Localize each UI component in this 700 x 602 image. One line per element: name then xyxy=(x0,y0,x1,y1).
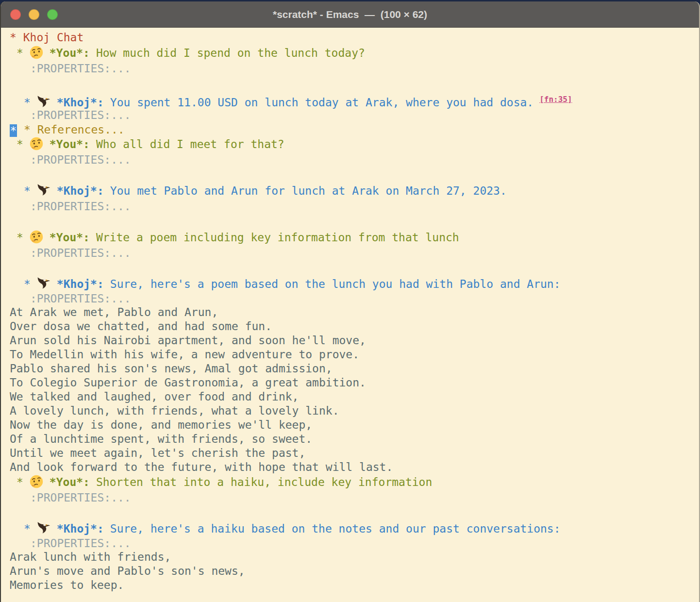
org-star: * xyxy=(24,522,31,535)
chat-message-you-3: **You*:Write a poem including key inform… xyxy=(10,230,699,245)
properties-label: :PROPERTIES:... xyxy=(30,153,131,166)
poem-text: Of a lunchtime spent, with friends, so s… xyxy=(10,433,312,445)
eagle-emoji xyxy=(37,521,50,535)
haiku-line: Memories to keep. xyxy=(10,578,699,592)
properties-label: :PROPERTIES:... xyxy=(30,247,131,259)
properties-label: :PROPERTIES:... xyxy=(30,537,131,550)
message-text: How much did I spend on the lunch today? xyxy=(96,47,365,59)
close-button[interactable] xyxy=(10,9,21,20)
haiku-text: Arak lunch with friends, xyxy=(10,551,171,563)
chat-message-khoj-3: **Khoj*:Sure, here's a poem based on the… xyxy=(10,276,699,292)
speaker-name: *You*: xyxy=(50,476,90,488)
haiku-text: Memories to keep. xyxy=(10,579,124,591)
thinking-face-emoji xyxy=(30,46,43,59)
message-text: You spent 11.00 USD on lunch today at Ar… xyxy=(110,96,533,109)
poem-line: We talked and laughed, over food and dri… xyxy=(10,390,699,404)
thinking-face-emoji xyxy=(30,475,43,488)
chat-message-you-4: **You*:Shorten that into a haiku, includ… xyxy=(10,474,699,490)
blank-line xyxy=(10,167,699,183)
eagle-emoji xyxy=(37,184,50,197)
traffic-lights xyxy=(10,1,58,27)
poem-line: Pablo shared his son's news, Amal got ad… xyxy=(10,362,699,376)
properties-label: :PROPERTIES:... xyxy=(30,292,131,305)
message-text: You met Pablo and Arun for lunch at Arak… xyxy=(110,184,507,197)
chat-message-you-2: **You*:Who all did I meet for that? xyxy=(10,136,699,152)
poem-text: Arun sold his Nairobi apartment, and soo… xyxy=(10,334,366,347)
poem-line: Of a lunchtime spent, with friends, so s… xyxy=(10,432,699,446)
properties-drawer[interactable]: :PROPERTIES:... xyxy=(10,292,699,305)
org-star: * xyxy=(24,278,31,290)
properties-drawer[interactable]: :PROPERTIES:... xyxy=(10,536,699,550)
window-titlebar[interactable]: *scratch* - Emacs — (100 × 62) xyxy=(1,1,699,28)
haiku-line: Arak lunch with friends, xyxy=(10,550,699,564)
chat-message-you-1: **You*:How much did I spend on the lunch… xyxy=(10,45,699,61)
chat-message-khoj-4: **Khoj*:Sure, here's a haiku based on th… xyxy=(10,521,699,536)
haiku-line: Arun's move and Pablo's son's news, xyxy=(10,564,699,578)
properties-drawer[interactable]: :PROPERTIES:... xyxy=(10,61,699,76)
blank-line xyxy=(10,505,699,521)
message-text: Shorten that into a haiku, include key i… xyxy=(96,476,432,488)
message-text: Write a poem including key information f… xyxy=(96,231,459,244)
org-star: * xyxy=(24,96,31,109)
speaker-name: *Khoj*: xyxy=(57,522,104,535)
speaker-name: *You*: xyxy=(50,47,90,59)
message-text: Who all did I meet for that? xyxy=(96,138,284,150)
footnote-link[interactable]: [fn:35] xyxy=(539,95,572,104)
poem-line: Over dosa we chatted, and had some fun. xyxy=(10,319,699,334)
poem-text: Pablo shared his son's news, Amal got ad… xyxy=(10,362,333,375)
properties-drawer[interactable]: :PROPERTIES:... xyxy=(10,199,699,214)
blank-line xyxy=(10,214,699,230)
properties-drawer[interactable]: :PROPERTIES:... xyxy=(10,490,699,505)
properties-drawer[interactable]: :PROPERTIES:... xyxy=(10,107,699,123)
poem-text: And look forward to the future, with hop… xyxy=(10,461,393,473)
org-star: * xyxy=(17,47,23,59)
blank-line xyxy=(10,76,699,92)
window-title: *scratch* - Emacs — (100 × 62) xyxy=(273,9,427,20)
chat-message-khoj-2: **Khoj*:You met Pablo and Arun for lunch… xyxy=(10,183,699,199)
poem-text: Now the day is done, and memories we'll … xyxy=(10,418,312,431)
poem-text: Over dosa we chatted, and had some fun. xyxy=(10,320,272,333)
properties-drawer[interactable]: :PROPERTIES:... xyxy=(10,245,699,261)
properties-drawer[interactable]: :PROPERTIES:... xyxy=(10,152,699,167)
poem-line: And look forward to the future, with hop… xyxy=(10,460,699,474)
poem-line: Now the day is done, and memories we'll … xyxy=(10,418,699,432)
eagle-emoji xyxy=(37,277,50,290)
properties-label: :PROPERTIES:... xyxy=(30,109,131,121)
poem-line: To Medellin with his wife, a new adventu… xyxy=(10,348,699,362)
poem-line: To Colegio Superior de Gastronomia, a gr… xyxy=(10,376,699,390)
message-text: Sure, here's a poem based on the lunch y… xyxy=(110,278,561,290)
org-heading-khoj-chat: * Khoj Chat xyxy=(10,30,699,45)
blank-line xyxy=(10,261,699,276)
emacs-window: *scratch* - Emacs — (100 × 62) * Khoj Ch… xyxy=(0,1,700,602)
org-star: * xyxy=(17,231,23,244)
poem-line: A lovely lunch, with friends, what a lov… xyxy=(10,404,699,418)
properties-label: :PROPERTIES:... xyxy=(30,491,131,504)
properties-label: :PROPERTIES:... xyxy=(30,200,131,213)
poem-text: To Medellin with his wife, a new adventu… xyxy=(10,348,359,361)
speaker-name: *Khoj*: xyxy=(57,278,104,290)
poem-text: We talked and laughed, over food and dri… xyxy=(10,390,299,403)
message-text: Sure, here's a haiku based on the notes … xyxy=(110,522,561,535)
org-star: * xyxy=(24,184,31,197)
minimize-button[interactable] xyxy=(29,9,39,20)
chat-message-khoj-1: **Khoj*:You spent 11.00 USD on lunch tod… xyxy=(10,92,699,107)
thinking-face-emoji xyxy=(30,230,43,244)
poem-text: Until we meet again, let's cherish the p… xyxy=(10,447,305,459)
properties-label: :PROPERTIES:... xyxy=(30,62,131,75)
speaker-name: *You*: xyxy=(50,231,90,244)
speaker-name: *You*: xyxy=(50,138,90,150)
emacs-buffer[interactable]: * Khoj Chat **You*:How much did I spend … xyxy=(1,28,699,592)
speaker-name: *Khoj*: xyxy=(57,184,104,197)
poem-line: Until we meet again, let's cherish the p… xyxy=(10,446,699,460)
org-star: * xyxy=(17,138,23,150)
poem-text: A lovely lunch, with friends, what a lov… xyxy=(10,404,339,417)
references-heading[interactable]: ** References... xyxy=(10,123,699,136)
eagle-emoji xyxy=(37,95,50,109)
poem-line: Arun sold his Nairobi apartment, and soo… xyxy=(10,334,699,348)
zoom-button[interactable] xyxy=(47,9,58,20)
haiku-text: Arun's move and Pablo's son's news, xyxy=(10,565,245,577)
org-star: * xyxy=(17,476,23,488)
thinking-face-emoji xyxy=(30,137,43,150)
poem-text: At Arak we met, Pablo and Arun, xyxy=(10,306,218,318)
org-heading-title: * Khoj Chat xyxy=(10,31,83,44)
